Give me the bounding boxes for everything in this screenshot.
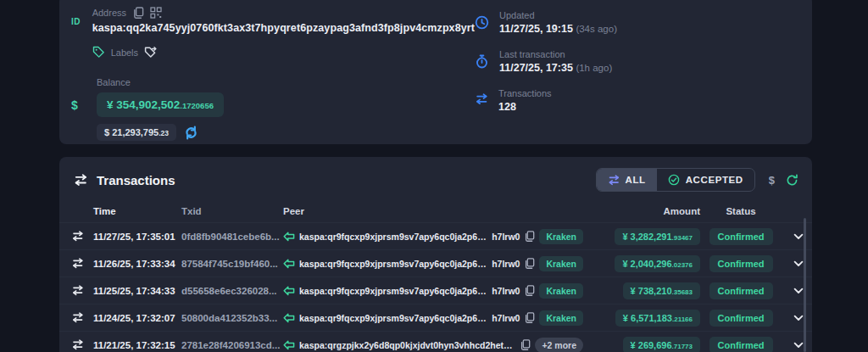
filter-accepted-button[interactable]: ACCEPTED	[657, 169, 754, 191]
filter-all-button[interactable]: ALL	[597, 169, 657, 191]
usd-balance-badge: $ 21,293,795.23	[97, 124, 176, 141]
time-cell: 11/24/25, 17:32:07	[93, 313, 181, 323]
expand-row-button[interactable]	[782, 315, 804, 321]
tx-count-value: 128	[498, 101, 552, 113]
peer-tag-badge[interactable]: Kraken	[539, 310, 583, 326]
chevron-down-icon	[793, 288, 804, 294]
chevron-down-icon	[793, 233, 804, 240]
updated-label: Updated	[499, 10, 617, 20]
copy-peer-icon[interactable]	[524, 231, 535, 242]
incoming-arrow-icon	[283, 259, 295, 269]
peer-address[interactable]: kaspa:qrgzpjkx2y6d8qp0kjxjdvt0hyn3vhhcd2…	[299, 340, 515, 350]
incoming-arrow-icon	[283, 313, 295, 323]
peer-cell: kaspa:qr9fqcxp9xjprsm9sv7apy6qc0ja2p676m…	[283, 256, 583, 271]
peer-cell: kaspa:qr9fqcxp9xjprsm9sv7apy6qc0ja2p676m…	[283, 229, 583, 244]
txid-cell[interactable]: 0fd8fb90481cebe6b...	[181, 232, 283, 242]
peer-address[interactable]: kaspa:qr9fqcxp9xjprsm9sv7apy6qc0ja2p676m…	[299, 286, 487, 296]
txid-cell[interactable]: 50800da412352b33...	[181, 313, 283, 323]
address-label: Address	[92, 8, 126, 18]
expand-row-button[interactable]	[782, 233, 804, 240]
transactions-title: Transactions	[97, 173, 175, 187]
swap-icon	[475, 88, 488, 113]
address-value[interactable]: kaspa:qq2ka745yyj0760fkt3ax3t7hpyqret6pz…	[92, 22, 475, 34]
peer-cell: kaspa:qr9fqcxp9xjprsm9sv7apy6qc0ja2p676m…	[283, 283, 583, 299]
table-scrollbar[interactable]	[804, 218, 806, 352]
peer-address[interactable]: kaspa:qr9fqcxp9xjprsm9sv7apy6qc0ja2p676m…	[299, 259, 487, 269]
amount-main: ¥ 6,571,183	[623, 313, 672, 323]
expand-row-button[interactable]	[782, 288, 804, 294]
swap-icon	[71, 285, 84, 296]
address-summary-card: ID Address kaspa:qq2ka745yyj0760fkt3ax3t…	[59, 0, 812, 144]
peer-suffix: h7lrw0	[492, 259, 520, 269]
expand-row-button[interactable]	[782, 260, 804, 267]
chevron-down-icon	[793, 260, 804, 267]
copy-address-icon[interactable]	[132, 7, 144, 19]
labels-label: Labels	[111, 47, 138, 58]
kas-balance-frac: .1720656	[180, 101, 214, 110]
time-cell: 11/26/25, 17:33:34	[93, 259, 181, 269]
stopwatch-icon	[475, 49, 489, 74]
dollar-icon: $	[71, 80, 78, 141]
clock-icon	[475, 10, 489, 35]
col-header-txid: Txid	[181, 206, 283, 216]
edit-labels-icon[interactable]	[144, 46, 157, 59]
amount-badge: ¥ 269,696.71773	[623, 337, 700, 352]
qr-code-icon[interactable]	[150, 7, 162, 19]
table-row[interactable]: 11/26/25, 17:33:34 87584f745c19bf460... …	[59, 249, 812, 277]
col-header-amount: Amount	[583, 206, 700, 216]
refresh-button[interactable]	[786, 174, 798, 187]
peer-tag-badge[interactable]: Kraken	[539, 256, 583, 271]
incoming-arrow-icon	[283, 340, 295, 350]
peer-suffix: h7lrw0	[492, 232, 520, 242]
peer-suffix: h7lrw0	[492, 286, 520, 296]
txid-cell[interactable]: d55658e6ec326028...	[181, 286, 283, 296]
col-header-status: Status	[700, 206, 782, 216]
tx-count-label: Transactions	[498, 88, 552, 98]
swap-icon	[608, 175, 620, 186]
copy-peer-icon[interactable]	[524, 258, 535, 269]
peer-address[interactable]: kaspa:qr9fqcxp9xjprsm9sv7apy6qc0ja2p676m…	[299, 313, 487, 323]
usd-balance-main: $ 21,293,795	[104, 127, 159, 137]
copy-peer-icon[interactable]	[524, 312, 535, 323]
table-row[interactable]: 11/24/25, 17:32:07 50800da412352b33... k…	[59, 304, 812, 331]
check-circle-icon	[668, 174, 680, 186]
amount-badge: ¥ 738,210.35683	[623, 282, 700, 299]
txid-cell[interactable]: 2781e28f4206913cd...	[181, 340, 283, 350]
currency-toggle-button[interactable]: $	[769, 174, 775, 187]
chevron-down-icon	[793, 342, 804, 349]
last-tx-value: 11/27/25, 17:35	[499, 62, 573, 74]
expand-row-button[interactable]	[782, 342, 804, 349]
peer-tag-badge[interactable]: +2 more	[535, 338, 583, 352]
peer-address[interactable]: kaspa:qr9fqcxp9xjprsm9sv7apy6qc0ja2p676m…	[299, 232, 487, 242]
filter-accepted-label: ACCEPTED	[686, 175, 743, 185]
table-row[interactable]: 11/21/25, 17:32:15 2781e28f4206913cd... …	[59, 331, 812, 352]
col-header-time: Time	[93, 206, 181, 216]
amount-badge: ¥ 3,282,291.93467	[615, 228, 700, 245]
table-row[interactable]: 11/27/25, 17:35:01 0fd8fb90481cebe6b... …	[59, 222, 812, 249]
peer-tag-badge[interactable]: Kraken	[539, 283, 583, 299]
chevron-down-icon	[793, 315, 804, 321]
amount-main: ¥ 269,696	[631, 340, 672, 350]
swap-icon	[71, 312, 84, 323]
table-row[interactable]: 11/25/25, 17:34:33 d55658e6ec326028... k…	[59, 277, 812, 304]
amount-frac: .35683	[672, 288, 693, 296]
amount-badge: ¥ 2,040,296.02376	[615, 255, 700, 272]
time-cell: 11/25/25, 17:34:33	[93, 286, 181, 296]
peer-cell: kaspa:qrgzpjkx2y6d8qp0kjxjdvt0hyn3vhhcd2…	[283, 338, 583, 352]
amount-main: ¥ 3,282,291	[622, 232, 671, 242]
peer-cell: kaspa:qr9fqcxp9xjprsm9sv7apy6qc0ja2p676m…	[283, 310, 583, 326]
txid-cell[interactable]: 87584f745c19bf460...	[181, 259, 283, 269]
copy-peer-icon[interactable]	[524, 285, 535, 296]
updated-value: 11/27/25, 19:15	[499, 23, 573, 35]
kas-balance-main: ¥ 354,902,502	[107, 98, 180, 111]
peer-tag-badge[interactable]: Kraken	[539, 229, 583, 244]
status-badge: Confirmed	[709, 337, 773, 352]
copy-peer-icon[interactable]	[520, 339, 531, 350]
tx-count-stat: Transactions 128	[475, 88, 812, 113]
convert-currency-icon[interactable]	[184, 126, 198, 140]
peer-suffix: h7lrw0	[492, 313, 520, 323]
transactions-card: Transactions ALL ACCEPTED $ Time Txid Pe…	[59, 157, 812, 352]
status-badge: Confirmed	[709, 228, 773, 245]
balance-block: $ Balance ¥ 354,902,502.1720656 $ 21,293…	[71, 77, 475, 141]
amount-badge: ¥ 6,571,183.21166	[615, 310, 700, 327]
